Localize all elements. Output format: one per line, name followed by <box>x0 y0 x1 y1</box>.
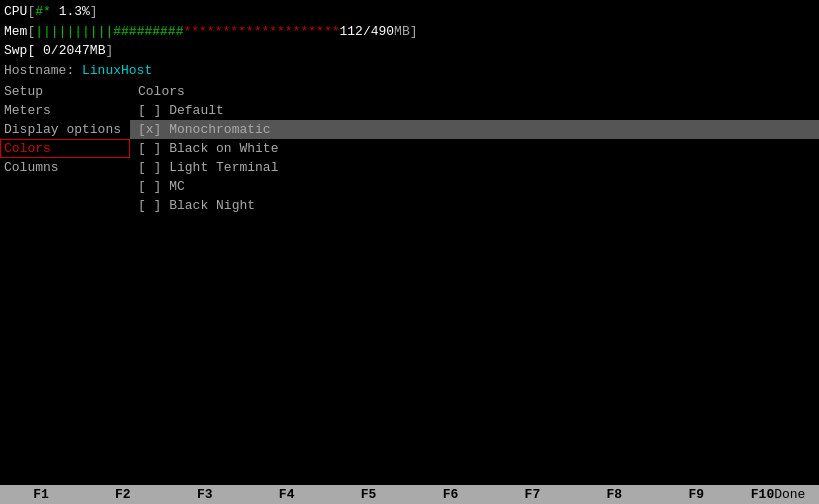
fkey-f10[interactable]: F10Done <box>737 487 819 502</box>
cpu-bar-fill: #* <box>35 4 51 19</box>
fkey-f7[interactable]: F7 <box>491 487 573 502</box>
checkbox-black-on-white: [ ] <box>138 141 169 156</box>
swp-label: Swp[ <box>4 43 35 58</box>
swp-row: Swp[ 0/2047MB] <box>4 41 404 61</box>
label-black-on-white: Black on White <box>169 141 278 156</box>
color-option-mc[interactable]: [ ] MC <box>130 177 819 196</box>
label-mc: MC <box>169 179 185 194</box>
cpu-percent: 1.3% <box>59 4 90 19</box>
checkbox-default: [ ] <box>138 103 169 118</box>
hostname: LinuxHost <box>82 63 152 78</box>
label-black-night: Black Night <box>169 198 255 213</box>
setup-title: Setup <box>0 82 130 101</box>
fkey-f4[interactable]: F4 <box>246 487 328 502</box>
cpu-label: CPU <box>4 4 27 19</box>
color-option-light-terminal[interactable]: [ ] Light Terminal <box>130 158 819 177</box>
label-default: Default <box>169 103 224 118</box>
checkbox-mc: [ ] <box>138 179 169 194</box>
main-area: Setup Meters Display options Colors Colu… <box>0 82 819 482</box>
label-light-terminal: Light Terminal <box>169 160 278 175</box>
fkey-f8[interactable]: F8 <box>573 487 655 502</box>
colors-panel-title: Colors <box>130 82 819 101</box>
mem-values: 112/490 <box>339 24 394 39</box>
label-monochromatic: Monochromatic <box>169 122 270 137</box>
hostname-row: Hostname: LinuxHost <box>4 61 404 81</box>
cpu-row: CPU[#* 1.3%] <box>4 2 404 22</box>
hostname-label: Hostname: <box>4 63 82 78</box>
mem-bars: |||||||||| <box>35 24 113 39</box>
checkbox-monochromatic: [x] <box>138 122 169 137</box>
mem-row: Mem[||||||||||#########*****************… <box>4 22 404 42</box>
sidebar-item-meters[interactable]: Meters <box>0 101 130 120</box>
color-option-black-on-white[interactable]: [ ] Black on White <box>130 139 819 158</box>
sidebar-item-colors[interactable]: Colors <box>0 139 130 158</box>
fkey-f3[interactable]: F3 <box>164 487 246 502</box>
fkey-f6[interactable]: F6 <box>410 487 492 502</box>
checkbox-black-night: [ ] <box>138 198 169 213</box>
swp-empty <box>35 43 43 58</box>
sidebar-item-display-options[interactable]: Display options <box>0 120 130 139</box>
fkey-f1[interactable]: F1 <box>0 487 82 502</box>
color-option-monochromatic[interactable]: [x] Monochromatic <box>130 120 819 139</box>
swp-values: 0/2047MB <box>43 43 105 58</box>
mem-hash: ######### <box>113 24 183 39</box>
sidebar-item-columns[interactable]: Columns <box>0 158 130 177</box>
cpu-bar-empty <box>51 4 59 19</box>
fkey-f9[interactable]: F9 <box>655 487 737 502</box>
colors-panel: Colors [ ] Default [x] Monochromatic [ ]… <box>130 82 819 482</box>
fkey-f5[interactable]: F5 <box>328 487 410 502</box>
setup-sidebar: Setup Meters Display options Colors Colu… <box>0 82 130 482</box>
mem-stars: ******************** <box>183 24 339 39</box>
fkey-bar: F1 F2 F3 F4 F5 F6 F7 F8 F9 F10Done <box>0 485 819 504</box>
fkey-f2[interactable]: F2 <box>82 487 164 502</box>
fkey-f10-label: Done <box>774 487 805 502</box>
mem-label: Mem <box>4 24 27 39</box>
color-option-black-night[interactable]: [ ] Black Night <box>130 196 819 215</box>
color-option-default[interactable]: [ ] Default <box>130 101 819 120</box>
checkbox-light-terminal: [ ] <box>138 160 169 175</box>
system-stats-left: CPU[#* 1.3%] Mem[||||||||||#########****… <box>4 2 404 80</box>
